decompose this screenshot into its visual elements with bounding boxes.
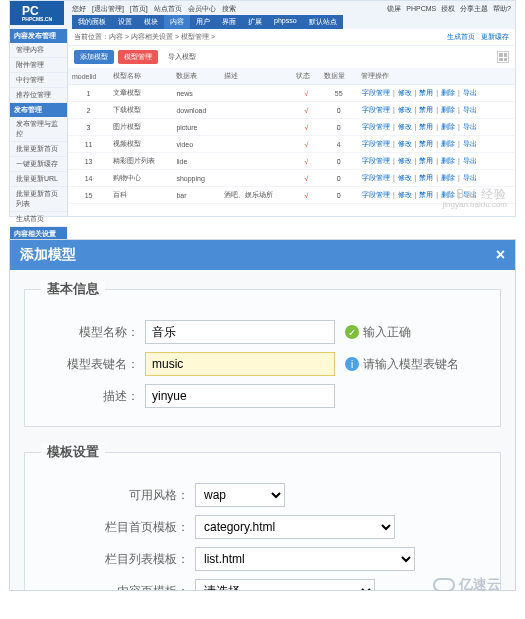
breadcrumb: 当前位置：内容 > 内容相关设置 > 模型管理 > 生成首页 更新缓存 [68, 29, 515, 46]
sidebar-item-1-5[interactable]: 生成首页 [10, 212, 67, 227]
op-3[interactable]: 删除 [441, 106, 455, 113]
table-row: 3图片模型picture√0字段管理 | 修改 | 禁用 | 删除 | 导出 [68, 119, 515, 136]
nav-item-4[interactable]: 用户 [190, 15, 216, 29]
table-row: 13精彩图片列表lide√0字段管理 | 修改 | 禁用 | 删除 | 导出 [68, 153, 515, 170]
table-row: 14购物中心shopping√0字段管理 | 修改 | 禁用 | 删除 | 导出 [68, 170, 515, 187]
op-1[interactable]: 修改 [398, 191, 412, 198]
op-3[interactable]: 删除 [441, 174, 455, 181]
op-2[interactable]: 禁用 [419, 123, 433, 130]
op-0[interactable]: 字段管理 [362, 106, 390, 113]
op-4[interactable]: 导出 [463, 140, 477, 147]
nav-item-6[interactable]: 扩展 [242, 15, 268, 29]
home-link[interactable]: [首页] [130, 5, 148, 12]
model-table-input[interactable] [145, 352, 335, 376]
tab-bar: 添加模型 模型管理 导入模型 [68, 46, 515, 68]
sidebar-group-0: 内容发布管理 [10, 29, 67, 43]
op-1[interactable]: 修改 [398, 106, 412, 113]
op-2[interactable]: 禁用 [419, 89, 433, 96]
op-3[interactable]: 删除 [441, 157, 455, 164]
nav-item-8[interactable]: 默认站点 [303, 15, 343, 29]
op-3[interactable]: 删除 [441, 89, 455, 96]
legend-template: 模板设置 [41, 443, 105, 461]
tab-manage-model[interactable]: 模型管理 [118, 50, 158, 64]
link-update-cache[interactable]: 更新缓存 [481, 33, 509, 40]
op-2[interactable]: 禁用 [419, 106, 433, 113]
logout-link[interactable]: [退出管理] [92, 5, 124, 12]
modal-title-text: 添加模型 [20, 246, 76, 264]
op-2[interactable]: 禁用 [419, 174, 433, 181]
op-0[interactable]: 字段管理 [362, 191, 390, 198]
op-3[interactable]: 删除 [441, 140, 455, 147]
tab-add-model[interactable]: 添加模型 [74, 50, 114, 64]
op-0[interactable]: 字段管理 [362, 89, 390, 96]
op-1[interactable]: 修改 [398, 123, 412, 130]
sidebar-item-0-3[interactable]: 推荐位管理 [10, 88, 67, 103]
sidebar: 内容发布管理管理内容附件管理中行管理推荐位管理发布管理发布管理与监控批量更新首页… [10, 29, 68, 216]
op-4[interactable]: 导出 [463, 174, 477, 181]
nav-item-5[interactable]: 界面 [216, 15, 242, 29]
list-template-select[interactable]: list.html [195, 547, 415, 571]
info-icon: i [345, 357, 359, 371]
op-1[interactable]: 修改 [398, 140, 412, 147]
op-2[interactable]: 禁用 [419, 191, 433, 198]
model-table: modelid模型名称数据表描述状态数据量管理操作 1文章模型news√55字段… [68, 68, 515, 204]
top-account-links: 您好 [退出管理] [首页] 站点首页 会员中心 搜索 [72, 4, 240, 14]
fieldset-basic: 基本信息 模型名称： ✓输入正确 模型表键名： i请输入模型表键名 描述： [24, 280, 501, 427]
model-name-input[interactable] [145, 320, 335, 344]
category-template-select[interactable]: category.html [195, 515, 395, 539]
tab-import-model[interactable]: 导入模型 [162, 50, 202, 64]
sidebar-item-1-1[interactable]: 批量更新首页 [10, 142, 67, 157]
main-nav: 我的面板设置模块内容用户界面扩展phpsso默认站点 [72, 15, 343, 29]
sidebar-group-1: 发布管理 [10, 103, 67, 117]
legend-basic: 基本信息 [41, 280, 105, 298]
fieldset-template: 模板设置 可用风格： wap 栏目首页模板： category.html 栏目列… [24, 443, 501, 590]
check-icon: ✓ [345, 325, 359, 339]
op-2[interactable]: 禁用 [419, 157, 433, 164]
table-row: 1文章模型news√55字段管理 | 修改 | 禁用 | 删除 | 导出 [68, 85, 515, 102]
nav-item-1[interactable]: 设置 [112, 15, 138, 29]
op-1[interactable]: 修改 [398, 157, 412, 164]
op-4[interactable]: 导出 [463, 89, 477, 96]
sidebar-item-1-3[interactable]: 批量更新URL [10, 172, 67, 187]
table-row: 11视频模型video√4字段管理 | 修改 | 禁用 | 删除 | 导出 [68, 136, 515, 153]
op-2[interactable]: 禁用 [419, 140, 433, 147]
op-0[interactable]: 字段管理 [362, 140, 390, 147]
op-4[interactable]: 导出 [463, 106, 477, 113]
nav-item-2[interactable]: 模块 [138, 15, 164, 29]
sidebar-item-0-1[interactable]: 附件管理 [10, 58, 67, 73]
op-0[interactable]: 字段管理 [362, 157, 390, 164]
add-model-modal: 添加模型 × 基本信息 模型名称： ✓输入正确 模型表键名： i请输入模型表键名… [9, 239, 516, 591]
modal-body: 基本信息 模型名称： ✓输入正确 模型表键名： i请输入模型表键名 描述： 模板… [10, 270, 515, 590]
op-1[interactable]: 修改 [398, 174, 412, 181]
model-desc-input[interactable] [145, 384, 335, 408]
logo: PC PHPCMS.CN [10, 1, 64, 25]
nav-item-0[interactable]: 我的面板 [72, 15, 112, 29]
top-right-links: 锁屏 PHPCMS 授权 分享主题 帮助? [384, 4, 511, 14]
op-4[interactable]: 导出 [463, 157, 477, 164]
link-gen-home[interactable]: 生成首页 [447, 33, 475, 40]
nav-item-3[interactable]: 内容 [164, 15, 190, 29]
op-1[interactable]: 修改 [398, 89, 412, 96]
watermark-baidu: Bai 经验 jingyan.baidu.com [443, 188, 507, 210]
show-template-select[interactable]: 请选择 [195, 579, 375, 590]
watermark-yisuyun: 亿速云 [433, 576, 501, 591]
sidebar-item-1-4[interactable]: 批量更新首页列表 [10, 187, 67, 212]
modal-titlebar: 添加模型 × [10, 240, 515, 270]
sidebar-item-1-2[interactable]: 一键更新缓存 [10, 157, 67, 172]
close-icon[interactable]: × [496, 246, 505, 264]
cloud-icon [433, 578, 455, 591]
op-0[interactable]: 字段管理 [362, 123, 390, 130]
sidebar-item-0-0[interactable]: 管理内容 [10, 43, 67, 58]
admin-panel: PC PHPCMS.CN 您好 [退出管理] [首页] 站点首页 会员中心 搜索… [9, 0, 516, 217]
table-row: 2下载模型download√0字段管理 | 修改 | 禁用 | 删除 | 导出 [68, 102, 515, 119]
grid-toggle-icon[interactable] [497, 51, 509, 63]
nav-item-7[interactable]: phpsso [268, 15, 303, 29]
op-4[interactable]: 导出 [463, 123, 477, 130]
sidebar-item-0-2[interactable]: 中行管理 [10, 73, 67, 88]
sidebar-item-1-0[interactable]: 发布管理与监控 [10, 117, 67, 142]
style-select[interactable]: wap [195, 483, 285, 507]
op-3[interactable]: 删除 [441, 123, 455, 130]
op-0[interactable]: 字段管理 [362, 174, 390, 181]
